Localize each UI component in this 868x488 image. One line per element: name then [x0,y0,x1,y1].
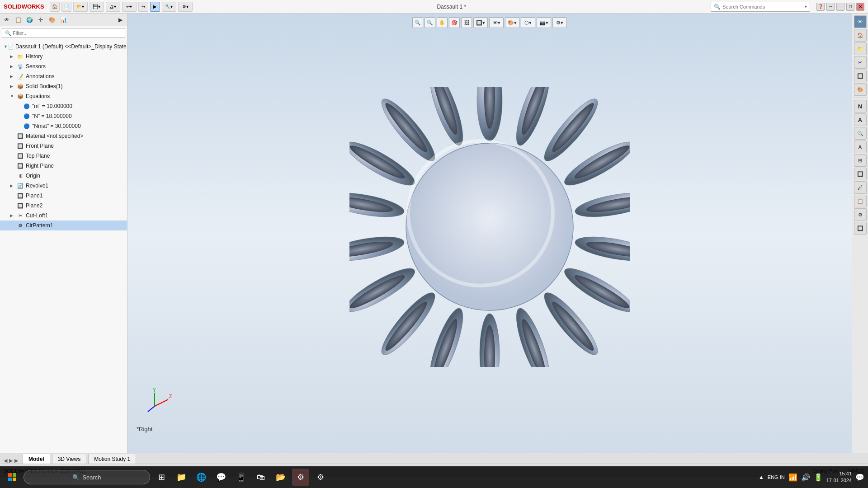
pan-icon[interactable]: ✋ [437,17,448,28]
right-panel-icon-gear[interactable]: ⚙ [854,208,867,221]
zoom-to-fit-icon[interactable]: 🔍 [412,17,423,28]
taskbar-explorer-icon[interactable]: 📂 [272,469,289,486]
view-orient-icon[interactable]: 🖼 [461,17,472,28]
right-panel-icon-3[interactable]: 📁 [854,42,867,55]
close-button[interactable]: ✕ [856,3,864,11]
system-tray-expand[interactable]: ▲ [759,474,764,480]
select-button[interactable]: ▶ [150,2,160,12]
minimize-button[interactable]: — [836,3,844,11]
right-panel-icon-a1[interactable]: A [854,113,867,126]
clock[interactable]: 15:41 17-01-2024 [826,470,852,484]
history-label: History [26,53,42,60]
tree-item-material[interactable]: 🔲 Material <not specified> [0,131,127,141]
configuration-manager-icon[interactable]: 🌍 [24,15,34,25]
dim-expert-icon[interactable]: ✛ [36,15,46,25]
tree-item-sensors[interactable]: ▶ 📡 Sensors [0,61,127,71]
rebuild-button[interactable]: 🔧▾ [162,2,176,12]
view-settings-icon[interactable]: ⚙▾ [552,17,567,28]
redo-button[interactable]: ↪ [138,2,148,12]
taskbar-whatsapp-icon[interactable]: 📱 [232,469,250,486]
appearance-manager-icon[interactable]: 📊 [58,15,68,25]
tree-item-plane1[interactable]: 🔲 Plane1 [0,191,127,201]
print-button[interactable]: 🖨▾ [106,2,120,12]
help-button[interactable]: ❓ [816,3,825,11]
tree-item-cirpattern1[interactable]: ⚙ CirPattern1 [0,221,127,230]
tree-root-item[interactable]: ▼ 📄 Dassault 1 (Default) <<Default>_Disp… [0,42,127,52]
tree-item-eq-nmat[interactable]: 🔵 "Nmat" = 30.000000 [0,121,127,131]
display-manager-icon[interactable]: 🎨 [47,15,57,25]
hide-show-icon[interactable]: 👁▾ [489,17,504,28]
property-manager-icon[interactable]: 📋 [13,15,23,25]
help-options-button[interactable]: ⋯ [826,3,835,11]
appearance-icon[interactable]: 🎨▾ [505,17,519,28]
right-panel-icon-rect[interactable]: 🔲 [854,222,867,235]
volume-icon[interactable]: 🔊 [801,473,810,482]
tree-item-history[interactable]: ▶ 📁 History [0,52,127,61]
tab-nav-prev[interactable]: ◀ [4,458,7,464]
tree-item-solid-bodies[interactable]: ▶ 📦 Solid Bodies(1) [0,81,127,91]
right-panel-icon-box[interactable]: 🔲 [854,168,867,180]
feature-tree-filter[interactable] [2,28,125,38]
tree-item-origin[interactable]: ⊕ Origin [0,171,127,181]
right-panel-icon-grid[interactable]: ⊞ [854,154,867,167]
expand-left-panel-icon[interactable]: ▶ [115,15,125,25]
notification-icon[interactable]: 💬 [855,473,864,482]
svg-text:Y: Y [153,388,156,393]
tree-item-eq-m[interactable]: 🔵 "m" = 10.000000 [0,101,127,111]
right-panel-icon-a2[interactable]: A [854,141,867,153]
undo-button[interactable]: ↩▾ [122,2,137,12]
tab-motion-study[interactable]: Motion Study 1 [88,454,136,464]
taskbar-settings-icon[interactable]: ⚙ [312,469,329,486]
right-plane-label: Right Plane [26,163,54,169]
save-button[interactable]: 💾▾ [90,2,104,12]
taskbar-store-icon[interactable]: 🛍 [252,469,269,486]
windows-start-button[interactable] [4,469,21,486]
home-button[interactable]: 🏠 [50,2,60,12]
battery-icon[interactable]: 🔋 [814,473,823,482]
tree-item-right-plane[interactable]: 🔲 Right Plane [0,161,127,171]
tab-nav-scroll[interactable]: ▶ [14,458,18,464]
right-panel-icon-4[interactable]: ✂ [854,56,867,69]
viewport[interactable]: 🔍 🔍 ✋ 🎯 🖼 🔲▾ 👁▾ 🎨▾ ⬡▾ 📷▾ ⚙▾ [127,14,852,453]
feature-manager-icon[interactable]: 👁 [2,15,12,25]
tab-model[interactable]: Model [23,454,50,464]
taskbar-search-button[interactable]: 🔍 Search [24,470,150,484]
tree-item-annotations[interactable]: ▶ 📝 Annotations [0,71,127,81]
tree-item-equations[interactable]: ▼ 📦 Equations [0,91,127,101]
search-commands-bar[interactable]: 🔍 ▾ [711,2,810,12]
task-view-button[interactable]: ⊞ [153,469,170,486]
right-panel-search-icon[interactable]: 🔍 [854,127,867,140]
tab-nav-next[interactable]: ▶ [9,458,13,464]
right-panel-icon-clip[interactable]: 📋 [854,195,867,207]
section-view-icon[interactable]: ⬡▾ [521,17,535,28]
taskbar-folder-icon[interactable]: 📁 [173,469,190,486]
camera-icon[interactable]: 📷▾ [537,17,551,28]
tree-item-cut-loft1[interactable]: ▶ ✂ Cut-Loft1 [0,211,127,221]
rotate-icon[interactable]: 🎯 [449,17,460,28]
options-button[interactable]: ⚙▾ [178,2,193,12]
tree-item-eq-n[interactable]: 🔵 "N" = 18.000000 [0,111,127,121]
tab-3d-views[interactable]: 3D Views [52,454,86,464]
taskbar-edge-icon[interactable]: 🌐 [193,469,210,486]
right-panel-icon-5[interactable]: 🔲 [854,70,867,82]
tree-item-revolve1[interactable]: ▶ 🔄 Revolve1 [0,181,127,191]
maximize-button[interactable]: □ [846,3,854,11]
search-commands-input[interactable] [721,4,805,9]
search-dropdown-icon[interactable]: ▾ [805,4,807,9]
tree-item-top-plane[interactable]: 🔲 Top Plane [0,151,127,161]
right-panel-icon-n[interactable]: N [854,100,867,113]
right-panel: 👁 🏠 📁 ✂ 🔲 🎨 N A 🔍 A ⊞ 🔲 🖊 📋 ⚙ 🔲 [852,14,868,453]
right-panel-icon-6[interactable]: 🎨 [854,83,867,96]
taskbar-solidworks-icon[interactable]: ⚙ [292,469,309,486]
new-button[interactable]: 📄 [61,2,71,12]
open-button[interactable]: 📂▾ [73,2,88,12]
tree-item-plane2[interactable]: 🔲 Plane2 [0,201,127,211]
taskbar-chat-icon[interactable]: 💬 [212,469,230,486]
right-panel-icon-pen[interactable]: 🖊 [854,181,867,194]
tree-item-front-plane[interactable]: 🔲 Front Plane [0,141,127,151]
zoom-icon[interactable]: 🔍 [425,17,435,28]
right-panel-icon-2[interactable]: 🏠 [854,29,867,42]
display-style-icon[interactable]: 🔲▾ [473,17,488,28]
wifi-icon[interactable]: 📶 [788,473,797,482]
right-panel-icon-1[interactable]: 👁 [854,15,867,28]
